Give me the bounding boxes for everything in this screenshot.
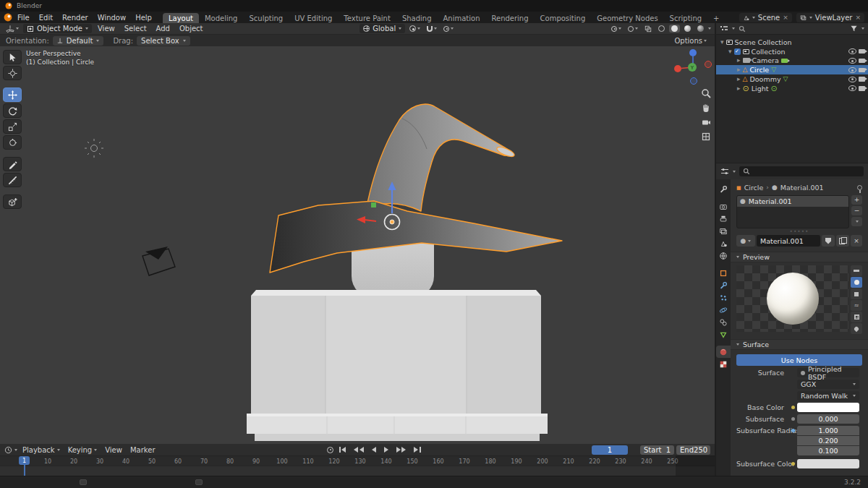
properties-search-input[interactable] <box>739 166 864 176</box>
material-slot-list[interactable]: Material.001 <box>736 195 849 228</box>
chevron-down-icon[interactable] <box>14 449 17 451</box>
annotate-tool[interactable] <box>3 157 22 171</box>
hide-eye-icon[interactable] <box>848 58 856 64</box>
outliner-row-light[interactable]: Light <box>716 84 868 93</box>
scene-unlink-icon[interactable] <box>783 14 788 21</box>
breadcrumb-material[interactable]: Material.001 <box>780 184 824 192</box>
preview-flat-button[interactable] <box>851 265 862 276</box>
tab-object[interactable] <box>716 267 731 279</box>
playhead-line[interactable] <box>24 465 25 476</box>
add-cube-tool[interactable] <box>3 194 22 209</box>
tab-view-layer[interactable] <box>716 225 731 237</box>
tab-tool[interactable] <box>716 183 731 195</box>
surface-shader-dropdown[interactable]: Principled BSDF <box>797 368 859 377</box>
menu-help[interactable]: Help <box>131 14 156 22</box>
menu-marker[interactable]: Marker <box>127 446 158 454</box>
snap-toggle[interactable] <box>425 26 439 32</box>
shading-options-chevron-icon[interactable] <box>708 27 711 30</box>
frame-start-field[interactable]: Start 1 <box>640 445 674 455</box>
current-frame-field[interactable]: 1 <box>592 445 628 455</box>
workspace-tab-shading[interactable]: Shading <box>396 13 438 23</box>
pivot-point-dropdown[interactable] <box>407 25 422 32</box>
preview-cloth-button[interactable] <box>851 312 862 322</box>
slot-specials-button[interactable] <box>851 217 862 226</box>
render-visibility-icon[interactable] <box>859 77 865 82</box>
viewlayer-remove-icon[interactable] <box>855 14 861 21</box>
menu-window[interactable]: Window <box>93 14 130 22</box>
expand-arrow-icon[interactable] <box>737 67 741 73</box>
menu-edit[interactable]: Edit <box>35 14 57 22</box>
proportional-edit-toggle[interactable] <box>441 26 456 32</box>
base-color-swatch[interactable] <box>797 403 859 412</box>
tab-texture[interactable] <box>716 358 731 370</box>
outliner-row-scene-collection[interactable]: Scene Collection <box>716 38 868 47</box>
outliner-row-camera[interactable]: Camera <box>716 56 868 66</box>
browse-material-button[interactable] <box>736 235 755 247</box>
gizmo-z-axis-ball[interactable] <box>689 49 697 56</box>
expand-arrow-icon[interactable] <box>720 39 724 46</box>
next-keyframe-button[interactable] <box>394 445 409 454</box>
hide-eye-icon[interactable] <box>848 48 856 54</box>
render-visibility-icon[interactable] <box>859 86 865 91</box>
play-reverse-button[interactable] <box>370 445 378 454</box>
tab-material-active[interactable] <box>716 346 731 358</box>
menu-view[interactable]: View <box>94 25 119 33</box>
workspace-tab-layout[interactable]: Layout <box>163 13 199 23</box>
unlink-material-button[interactable] <box>851 235 862 247</box>
timeline-editor-icon[interactable] <box>4 446 12 454</box>
chevron-down-icon[interactable] <box>861 27 864 30</box>
menu-object[interactable]: Object <box>176 25 207 33</box>
workspace-tab-modeling[interactable]: Modeling <box>199 13 244 23</box>
tab-scene[interactable] <box>716 237 731 249</box>
light-object[interactable] <box>85 139 103 158</box>
timeline-ruler[interactable]: 0 10 20 30 40 50 60 70 80 90 100 110 120… <box>0 455 715 466</box>
jump-to-end-button[interactable] <box>412 445 423 454</box>
menu-view[interactable]: View <box>102 446 125 454</box>
material-slot-row-selected[interactable]: Material.001 <box>737 196 848 207</box>
jump-to-start-button[interactable] <box>337 445 349 454</box>
auto-keying-toggle[interactable] <box>327 447 333 453</box>
radius-y-field[interactable]: 0.200 <box>797 436 859 445</box>
tab-render[interactable] <box>716 200 731 213</box>
tab-particles[interactable] <box>716 291 731 304</box>
new-material-button[interactable] <box>836 235 849 247</box>
workspace-tab-rendering[interactable]: Rendering <box>485 13 534 23</box>
drag-dropdown[interactable]: Select Box <box>137 36 190 46</box>
chevron-down-icon[interactable] <box>733 171 736 173</box>
render-visibility-icon[interactable] <box>859 49 865 54</box>
gizmo-z-neg-ball[interactable] <box>691 78 697 85</box>
workspace-tab-geometry-nodes[interactable]: Geometry Nodes <box>591 13 663 23</box>
material-name-field[interactable]: Material.001 <box>757 235 820 247</box>
distribution-dropdown[interactable]: GGX <box>797 380 859 389</box>
expand-arrow-icon[interactable] <box>737 57 741 64</box>
sss-method-dropdown[interactable]: Random Walk <box>797 391 859 401</box>
hide-eye-icon[interactable] <box>848 85 856 91</box>
expand-arrow-icon[interactable] <box>728 48 732 55</box>
tab-output[interactable] <box>716 213 731 225</box>
camera-view-icon[interactable] <box>701 117 711 127</box>
play-button[interactable] <box>382 445 391 454</box>
move-tool-active[interactable] <box>3 87 22 102</box>
cursor-tool[interactable] <box>3 66 22 80</box>
zoom-icon[interactable] <box>701 88 711 98</box>
outliner-row-collection[interactable]: Collection <box>716 47 868 56</box>
editor-type-selector[interactable] <box>4 25 21 33</box>
gizmo-x-axis-ball[interactable] <box>674 65 681 72</box>
preview-sphere-button[interactable] <box>851 277 862 288</box>
pan-hand-icon[interactable] <box>701 103 711 113</box>
preview-section-header[interactable]: Preview <box>731 252 868 262</box>
outliner-row-circle-selected[interactable]: Circle <box>716 65 868 74</box>
filter-funnel-icon[interactable] <box>850 25 858 33</box>
search-icon[interactable] <box>739 25 746 33</box>
preview-fluid-button[interactable] <box>851 323 862 334</box>
hide-eye-icon[interactable] <box>848 77 856 82</box>
menu-keying[interactable]: Keying <box>65 446 101 454</box>
tab-constraints[interactable] <box>716 316 731 328</box>
tab-world[interactable] <box>716 249 731 262</box>
gizmo-x-neg-ball[interactable] <box>705 61 712 68</box>
frame-end-field[interactable]: End 250 <box>676 445 710 455</box>
workspace-tab-animation[interactable]: Animation <box>438 13 486 23</box>
tab-object-data[interactable] <box>716 328 731 341</box>
scale-tool[interactable] <box>3 119 22 134</box>
xray-toggle[interactable] <box>642 25 654 33</box>
